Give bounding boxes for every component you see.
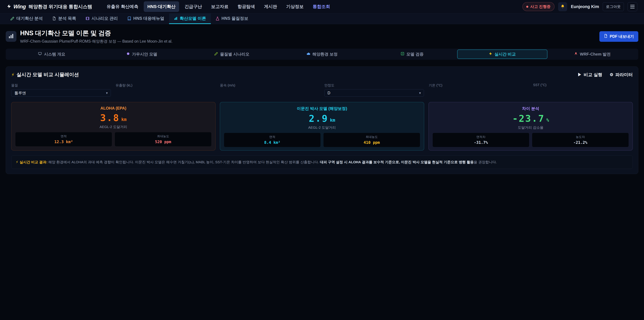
result-card-title: 차이 분석 bbox=[433, 106, 628, 111]
spill-volume-input[interactable] bbox=[116, 89, 215, 97]
run-comparison-button[interactable]: ▶ 비교 실행 bbox=[578, 72, 602, 78]
chart-icon bbox=[174, 17, 178, 21]
nav-item-aerial-search[interactable]: 항공탐색 bbox=[234, 1, 258, 12]
parameter-fields: 물질 톨루엔 ▾ 유출량 (kL) 풍속 (m/s) 안정도 D ▾ 기온 (°… bbox=[11, 83, 633, 97]
nav-item-oil-spill[interactable]: 유출유 확산예측 bbox=[103, 1, 142, 12]
parameters-button[interactable]: ⚙ 파라미터 bbox=[610, 72, 633, 78]
stat-value: -21.2% bbox=[534, 140, 627, 145]
result-stats: 면적차 -31.7% 농도차 -21.2% bbox=[433, 133, 628, 147]
hamburger-menu-button[interactable] bbox=[628, 2, 637, 11]
flask-icon bbox=[216, 17, 220, 21]
subnav-tab-model-theory[interactable]: 확산모델 이론 bbox=[169, 14, 211, 24]
stat-area: 면적 12.3 km² bbox=[16, 132, 112, 146]
cloud-icon bbox=[306, 52, 310, 57]
field-wind-speed: 풍속 (m/s) bbox=[220, 83, 320, 97]
stat-label: 농도차 bbox=[534, 135, 627, 139]
sim-card-actions: ▶ 비교 실행 ⚙ 파라미터 bbox=[578, 72, 633, 78]
main-nav: 유출유 확산예측 HNS·대기확산 긴급구난 보고자료 항공탐색 게시판 기상정… bbox=[103, 1, 334, 12]
comparison-results: ALOHA (EPA) 3.8 km AEGL-2 도달거리 면적 12.3 k… bbox=[11, 102, 633, 151]
field-sst: SST (°C) bbox=[533, 83, 633, 97]
note-body: 해양 환경에서 ALOHA의 과대 예측 경향이 확인됩니다. 이문진 박사 모… bbox=[47, 160, 320, 164]
section-tab-model-validation[interactable]: 모델 검증 bbox=[367, 50, 457, 59]
status-dot-icon bbox=[526, 6, 528, 8]
notifications-button[interactable] bbox=[558, 2, 567, 11]
substance-select[interactable]: 톨루엔 ▾ bbox=[11, 89, 111, 97]
section-tab-label: WRF-Chem 발전 bbox=[580, 52, 611, 57]
gear-icon: ⚙ bbox=[610, 72, 613, 77]
stat-area-difference: 면적차 -31.7% bbox=[433, 133, 529, 147]
section-tab-label: 가우시안 모델 bbox=[132, 52, 157, 57]
subnav-tab-hns-manual[interactable]: HNS 대응매뉴얼 bbox=[122, 14, 169, 24]
pdf-export-button[interactable]: PDF 내보내기 bbox=[600, 31, 638, 42]
nav-item-reports[interactable]: 보고자료 bbox=[207, 1, 232, 12]
section-tab-label: 해양환경 보정 bbox=[312, 52, 338, 57]
stat-label: 면적 bbox=[17, 134, 110, 138]
section-tab-overview[interactable]: 시스템 개요 bbox=[6, 50, 96, 59]
stat-area: 면적 8.4 km² bbox=[224, 133, 320, 147]
result-value-row: 2.9 km bbox=[224, 113, 420, 124]
comparison-note: ⚡실시간 비교 결과: 해양 환경에서 ALOHA의 과대 예측 경향이 확인됩… bbox=[11, 156, 633, 169]
logout-button[interactable]: 로그아웃 bbox=[603, 2, 624, 11]
nav-item-board[interactable]: 게시판 bbox=[260, 1, 281, 12]
section-tab-ocean-correction[interactable]: 해양환경 보정 bbox=[277, 50, 367, 59]
section-tab-label: 실시간 비교 bbox=[494, 52, 516, 57]
play-icon: ▶ bbox=[578, 72, 582, 77]
chevron-down-icon: ▾ bbox=[419, 91, 421, 95]
result-stats: 면적 12.3 km² 최대농도 520 ppm bbox=[16, 132, 211, 146]
sim-card-header: ⚡ 실시간 모델 비교 시뮬레이션 ▶ 비교 실행 ⚙ 파라미터 bbox=[11, 71, 633, 78]
bell-icon bbox=[560, 4, 565, 9]
page-header-text: HNS 대기확산 모델 이론 및 검증 WRF-Chem·Gaussian Pl… bbox=[20, 29, 172, 44]
subnav-tab-analysis-list[interactable]: 분석 목록 bbox=[48, 14, 81, 24]
substance-select-value: 톨루엔 bbox=[14, 91, 26, 96]
run-comparison-label: 비교 실행 bbox=[584, 72, 602, 78]
result-stats: 면적 8.4 km² 최대농도 410 ppm bbox=[224, 133, 420, 147]
subnav-tab-label: 확산모델 이론 bbox=[180, 16, 206, 21]
stat-max-concentration: 최대농도 410 ppm bbox=[324, 133, 420, 147]
result-caption: 도달거리 감소율 bbox=[433, 125, 628, 130]
note-prefix: 실시간 비교 결과: bbox=[20, 160, 48, 164]
parameters-label: 파라미터 bbox=[615, 72, 633, 78]
note-strong: 대피 구역 설정 시 ALOHA 결과를 보수적 기준으로, 이문진 박사 모델… bbox=[320, 160, 474, 164]
stat-label: 면적 bbox=[226, 135, 319, 139]
nav-item-integrated-search[interactable]: 통합조회 bbox=[309, 1, 334, 12]
subnav-tab-label: 분석 목록 bbox=[58, 16, 76, 21]
section-tab-wrfchem[interactable]: WRF-Chem 발전 bbox=[548, 50, 638, 59]
result-value: 2.9 bbox=[309, 113, 328, 124]
nav-item-weather[interactable]: 기상정보 bbox=[282, 1, 307, 12]
subnav-tab-hns-substance-info[interactable]: HNS 물질정보 bbox=[211, 14, 253, 24]
subnav-tab-scenario-management[interactable]: 시나리오 관리 bbox=[81, 14, 122, 24]
stat-value: 520 ppm bbox=[116, 140, 210, 144]
nav-item-hns-atmos[interactable]: HNS·대기확산 bbox=[144, 1, 179, 12]
pencil-icon bbox=[214, 52, 218, 57]
stat-max-concentration: 최대농도 520 ppm bbox=[115, 132, 211, 146]
section-tab-substance-scenarios[interactable]: 물질별 시나리오 bbox=[187, 50, 277, 59]
section-tab-gaussian[interactable]: 가우시안 모델 bbox=[96, 50, 187, 59]
pencil-icon bbox=[10, 17, 14, 21]
result-caption: AEGL-2 도달거리 bbox=[224, 125, 420, 130]
result-card-aloha: ALOHA (EPA) 3.8 km AEGL-2 도달거리 면적 12.3 k… bbox=[11, 102, 216, 151]
section-tab-realtime-comparison[interactable]: 실시간 비교 bbox=[457, 50, 547, 59]
topbar: Wing 해양환경 위기대응 통합시스템 유출유 확산예측 HNS·대기확산 긴… bbox=[0, 0, 644, 14]
nav-item-rescue[interactable]: 긴급구난 bbox=[181, 1, 206, 12]
circle-icon bbox=[126, 52, 130, 57]
field-stability: 안정도 D ▾ bbox=[324, 83, 424, 97]
subnav-tab-dispersion-analysis[interactable]: 대기확산 분석 bbox=[6, 14, 48, 24]
stat-value: 12.3 km² bbox=[17, 140, 110, 144]
topbar-right: 사고 진행중 Eunjeong Kim 로그아웃 bbox=[522, 2, 637, 11]
field-air-temp: 기온 (°C) bbox=[429, 83, 528, 97]
stat-label: 면적차 bbox=[434, 135, 528, 139]
stability-label: 안정도 bbox=[324, 83, 424, 88]
stability-select[interactable]: D ▾ bbox=[324, 89, 424, 97]
sst-input[interactable] bbox=[533, 89, 633, 96]
incident-status-badge[interactable]: 사고 진행중 bbox=[522, 2, 554, 11]
result-card-title: ALOHA (EPA) bbox=[16, 106, 211, 111]
result-value: -23.7 bbox=[512, 113, 545, 124]
stat-value: -31.7% bbox=[434, 140, 528, 145]
result-unit: km bbox=[121, 117, 126, 122]
brand-logo[interactable]: Wing 해양환경 위기대응 통합시스템 bbox=[7, 4, 92, 10]
air-temp-input[interactable] bbox=[429, 89, 528, 97]
wind-speed-input[interactable] bbox=[220, 89, 320, 97]
page-icon-box bbox=[6, 31, 16, 42]
stat-label: 최대농도 bbox=[325, 135, 418, 139]
section-tab-label: 모델 검증 bbox=[406, 52, 424, 57]
